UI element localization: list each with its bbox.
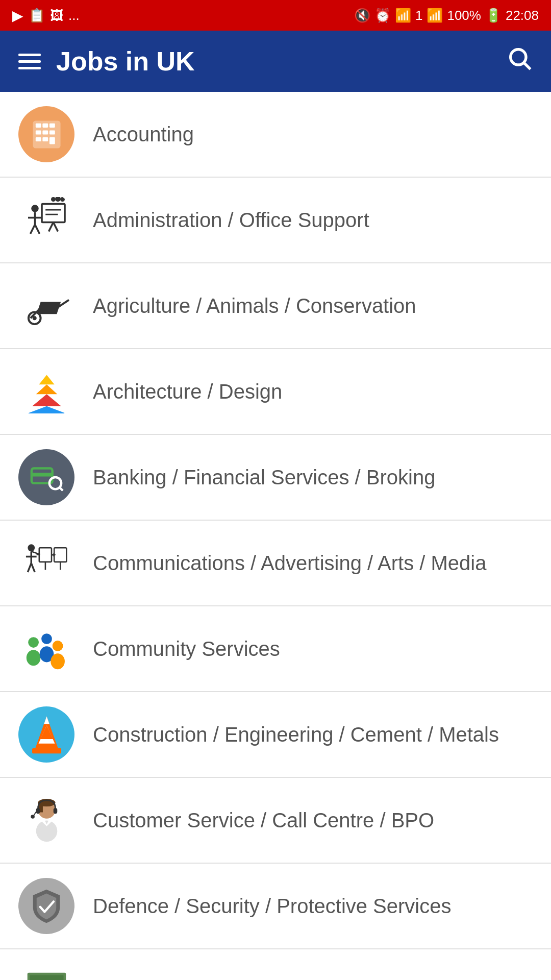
- communications-icon: [18, 535, 74, 591]
- ellipsis: ...: [68, 8, 80, 23]
- list-item[interactable]: Defence / Security / Protective Services: [0, 864, 551, 949]
- youtube-icon: ▶: [12, 7, 23, 24]
- svg-rect-35: [32, 473, 53, 476]
- svg-rect-67: [36, 807, 40, 813]
- alarm-icon: ⏰: [374, 8, 391, 23]
- defence-icon: [18, 878, 74, 934]
- svg-rect-5: [49, 123, 55, 127]
- category-label-agriculture: Agriculture / Animals / Conservation: [93, 292, 416, 319]
- admin-icon: [18, 192, 74, 248]
- mute-icon: 🔇: [354, 8, 370, 23]
- svg-point-0: [511, 50, 526, 65]
- svg-rect-17: [42, 204, 65, 223]
- svg-rect-3: [35, 123, 41, 127]
- menu-button[interactable]: [18, 54, 41, 69]
- svg-line-16: [35, 225, 40, 234]
- app-title: Jobs in UK: [56, 46, 195, 77]
- list-item[interactable]: Construction / Engineering / Cement / Me…: [0, 692, 551, 778]
- svg-rect-8: [49, 130, 55, 134]
- svg-line-21: [54, 223, 58, 232]
- list-item[interactable]: Community Services: [0, 606, 551, 692]
- svg-marker-31: [32, 394, 61, 406]
- svg-marker-32: [36, 384, 57, 394]
- list-item[interactable]: Customer Service / Call Centre / BPO: [0, 778, 551, 864]
- signal-icon: 📶: [427, 8, 443, 23]
- customer-service-icon: [18, 792, 74, 848]
- svg-marker-30: [27, 406, 66, 413]
- category-label-construction: Construction / Engineering / Cement / Me…: [93, 721, 499, 748]
- svg-rect-4: [42, 123, 48, 127]
- category-label-architecture: Architecture / Design: [93, 378, 282, 405]
- app-bar-left: Jobs in UK: [18, 46, 195, 77]
- svg-point-52: [26, 650, 40, 666]
- list-item[interactable]: Education / Teaching / Training: [0, 949, 551, 980]
- list-item[interactable]: Administration / Office Support: [0, 178, 551, 263]
- community-icon: [18, 621, 74, 677]
- svg-rect-72: [30, 975, 63, 980]
- svg-rect-9: [35, 137, 41, 141]
- svg-point-65: [36, 820, 57, 842]
- svg-line-42: [31, 563, 35, 572]
- category-label-accounting: Accounting: [93, 121, 194, 148]
- svg-line-69: [34, 812, 36, 816]
- svg-point-12: [31, 205, 38, 212]
- category-label-defence: Defence / Security / Protective Services: [93, 893, 452, 919]
- svg-marker-60: [44, 716, 49, 724]
- svg-point-24: [60, 197, 65, 202]
- svg-point-22: [51, 197, 56, 202]
- svg-point-55: [52, 641, 63, 651]
- svg-rect-45: [54, 548, 66, 562]
- svg-line-37: [60, 487, 63, 491]
- category-label-communications: Communications / Advertising / Arts / Me…: [93, 550, 486, 576]
- svg-point-51: [28, 637, 39, 648]
- agriculture-icon: [18, 278, 74, 334]
- svg-line-15: [31, 225, 35, 234]
- app-icon-1: 📋: [29, 8, 45, 23]
- list-item[interactable]: Banking / Financial Services / Broking: [0, 435, 551, 521]
- list-item[interactable]: Communications / Advertising / Arts / Me…: [0, 521, 551, 606]
- svg-rect-11: [49, 137, 55, 144]
- list-item[interactable]: Agriculture / Animals / Conservation: [0, 263, 551, 349]
- status-right: 🔇 ⏰ 📶 1 📶 100% 🔋 22:08: [354, 8, 539, 23]
- category-label-admin: Administration / Office Support: [93, 207, 369, 233]
- architecture-icon: [18, 363, 74, 420]
- svg-rect-10: [42, 137, 48, 141]
- banking-icon: [18, 449, 74, 505]
- status-left: ▶ 📋 🖼 ...: [12, 7, 80, 24]
- svg-line-50: [36, 554, 39, 555]
- list-item[interactable]: Architecture / Design: [0, 349, 551, 435]
- svg-point-53: [41, 633, 52, 644]
- category-list: Accounting: [0, 92, 551, 980]
- construction-icon: [18, 706, 74, 763]
- svg-point-23: [55, 197, 61, 202]
- wifi-icon: 📶: [395, 8, 411, 23]
- education-icon: [18, 964, 74, 980]
- svg-line-41: [28, 563, 31, 572]
- svg-point-56: [51, 653, 65, 669]
- category-label-customer: Customer Service / Call Centre / BPO: [93, 807, 434, 834]
- accounting-icon: [18, 106, 74, 162]
- svg-rect-44: [39, 548, 51, 562]
- svg-rect-68: [53, 807, 57, 813]
- svg-rect-61: [32, 748, 61, 754]
- svg-line-1: [524, 63, 531, 69]
- svg-point-38: [28, 544, 35, 551]
- category-label-community: Community Services: [93, 635, 280, 662]
- sim1-icon: 1: [415, 8, 422, 23]
- app-bar: Jobs in UK: [0, 31, 551, 92]
- time-display: 22:08: [506, 8, 539, 23]
- app-icon-2: 🖼: [50, 8, 63, 23]
- svg-rect-6: [35, 130, 41, 134]
- search-button[interactable]: [506, 45, 533, 78]
- battery-icon: 🔋: [485, 8, 502, 23]
- svg-point-70: [31, 815, 35, 819]
- status-bar: ▶ 📋 🖼 ... 🔇 ⏰ 📶 1 📶 100% 🔋 22:08: [0, 0, 551, 31]
- svg-marker-33: [39, 375, 54, 384]
- battery-text: 100%: [447, 8, 481, 23]
- list-item[interactable]: Accounting: [0, 92, 551, 178]
- category-label-banking: Banking / Financial Services / Broking: [93, 464, 435, 491]
- svg-rect-7: [42, 130, 48, 134]
- svg-line-20: [49, 223, 54, 232]
